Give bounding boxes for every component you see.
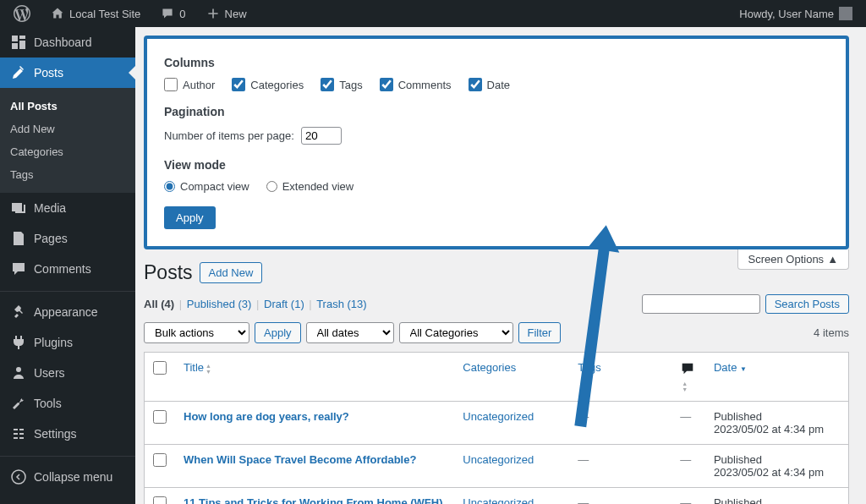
extended-view-label[interactable]: Extended view [266, 180, 354, 193]
date-checkbox-label[interactable]: Date [469, 78, 510, 91]
search-posts-input[interactable] [642, 294, 760, 314]
filter-all[interactable]: All (4) [144, 298, 174, 310]
submenu-all-posts[interactable]: All Posts [0, 95, 135, 118]
sidebar-item-dashboard[interactable]: Dashboard [0, 27, 135, 58]
tags-value: — [578, 453, 589, 466]
sidebar-item-posts[interactable]: Posts [0, 58, 135, 88]
date-checkbox[interactable] [469, 78, 482, 91]
sidebar-item-tools[interactable]: Tools [0, 388, 135, 419]
extended-radio[interactable] [266, 181, 277, 192]
column-categories: Categories [454, 353, 569, 402]
sidebar-item-plugins[interactable]: Plugins [0, 327, 135, 358]
comments-icon [10, 260, 27, 277]
pagination-heading: Pagination [164, 105, 829, 118]
comments-checkbox[interactable] [380, 78, 393, 91]
search-posts-button[interactable]: Search Posts [765, 294, 849, 314]
bulk-actions-select[interactable]: Bulk actions [144, 322, 249, 343]
sidebar-label: Settings [34, 427, 77, 441]
post-title-link[interactable]: When Will Space Travel Become Affordable… [184, 453, 416, 466]
filter-trash[interactable]: Trash (13) [316, 298, 367, 310]
sidebar-label: Tools [34, 397, 62, 410]
comments-checkbox-label[interactable]: Comments [380, 78, 452, 91]
apply-screen-options-button[interactable]: Apply [164, 206, 216, 229]
tags-value: — [578, 410, 589, 423]
new-content-link[interactable]: New [200, 0, 254, 27]
column-date[interactable]: Date ▼ [705, 353, 849, 402]
status-filter-links: All (4) | Published (3) | Draft (1) | Tr… [144, 298, 367, 310]
pin-icon [10, 64, 27, 81]
filters-top: All (4) | Published (3) | Draft (1) | Tr… [135, 294, 866, 322]
filter-draft[interactable]: Draft (1) [264, 298, 304, 310]
post-status: Published [714, 453, 840, 466]
table-row: 11 Tips and Tricks for Working From Home… [145, 487, 849, 504]
tablenav-top: Bulk actions Apply All dates All Categor… [135, 322, 866, 352]
comments-link[interactable]: 0 [154, 0, 192, 27]
page-icon [10, 230, 27, 247]
comments-count: 0 [179, 8, 185, 20]
wp-logo[interactable] [7, 0, 37, 27]
per-page-input[interactable] [301, 127, 342, 145]
sidebar-item-collapse[interactable]: Collapse menu [0, 456, 135, 492]
row-checkbox[interactable] [153, 496, 167, 504]
comment-bubble-icon [680, 361, 695, 376]
page-title: Posts [144, 261, 193, 284]
tags-checkbox-label[interactable]: Tags [321, 78, 362, 91]
user-account-link[interactable]: Howdy, User Name [732, 0, 859, 27]
sidebar-item-media[interactable]: Media [0, 193, 135, 223]
author-checkbox-label[interactable]: Author [164, 78, 215, 91]
admin-bar: Local Test Site 0 New Howdy, User Name [0, 0, 866, 27]
row-checkbox[interactable] [153, 453, 167, 467]
avatar [839, 7, 852, 20]
site-name-link[interactable]: Local Test Site [44, 0, 147, 27]
columns-checkboxes: Author Categories Tags Comments Date [164, 78, 829, 91]
sort-icon [206, 363, 211, 375]
author-checkbox[interactable] [164, 78, 178, 91]
main-content: Columns Author Categories Tags Comments … [135, 27, 866, 504]
categories-checkbox[interactable] [232, 78, 245, 91]
category-filter-select[interactable]: All Categories [399, 322, 513, 343]
add-new-post-button[interactable]: Add New [200, 262, 263, 283]
svg-point-0 [12, 470, 25, 484]
date-filter-select[interactable]: All dates [306, 322, 394, 343]
post-title-link[interactable]: 11 Tips and Tricks for Working From Home… [184, 496, 443, 504]
select-all-checkbox[interactable] [153, 361, 167, 375]
post-title-link[interactable]: How long are dog years, really? [184, 410, 349, 423]
compact-view-label[interactable]: Compact view [164, 180, 249, 193]
dashboard-icon [10, 34, 27, 51]
sidebar-item-settings[interactable]: Settings [0, 419, 135, 449]
screen-options-tab[interactable]: Screen Options ▲ [737, 249, 849, 270]
submenu-add-new[interactable]: Add New [0, 118, 135, 140]
filter-published[interactable]: Published (3) [187, 298, 252, 310]
sidebar-item-users[interactable]: Users [0, 358, 135, 388]
sidebar-label: Plugins [34, 336, 73, 349]
sidebar-item-comments[interactable]: Comments [0, 254, 135, 284]
settings-icon [10, 425, 27, 442]
table-row: When Will Space Travel Become Affordable… [145, 444, 849, 487]
categories-checkbox-label[interactable]: Categories [232, 78, 304, 91]
column-title[interactable]: Title [175, 353, 454, 402]
column-tags: Tags [569, 353, 671, 402]
category-link[interactable]: Uncategorized [463, 496, 534, 504]
search-wrap: Search Posts [642, 294, 849, 314]
submenu-categories[interactable]: Categories [0, 140, 135, 163]
compact-radio[interactable] [164, 181, 175, 192]
apply-bulk-button[interactable]: Apply [255, 322, 301, 343]
tags-value: — [578, 496, 589, 504]
submenu-tags[interactable]: Tags [0, 163, 135, 186]
column-comments[interactable] [671, 353, 705, 402]
row-checkbox[interactable] [153, 410, 167, 424]
comments-value: — [680, 453, 691, 466]
sidebar-item-pages[interactable]: Pages [0, 223, 135, 254]
tags-checkbox[interactable] [321, 78, 334, 91]
plugin-icon [10, 334, 27, 351]
view-mode-heading: View mode [164, 158, 829, 172]
tools-icon [10, 395, 27, 412]
category-link[interactable]: Uncategorized [463, 410, 534, 423]
columns-heading: Columns [164, 56, 829, 69]
plus-icon [206, 7, 220, 20]
posts-submenu: All Posts Add New Categories Tags [0, 88, 135, 193]
category-link[interactable]: Uncategorized [463, 453, 534, 466]
sidebar-item-appearance[interactable]: Appearance [0, 291, 135, 327]
sidebar-label: Collapse menu [34, 470, 112, 484]
filter-button[interactable]: Filter [518, 322, 562, 343]
